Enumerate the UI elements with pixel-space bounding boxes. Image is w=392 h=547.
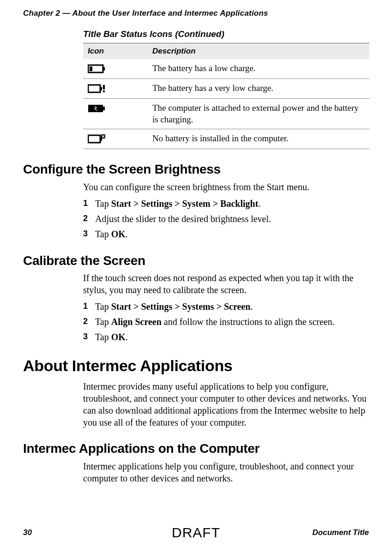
status-icons-table: Icon Description The battery has a low c… xyxy=(83,43,369,149)
body-apps-on-computer: Intermec applications help you configure… xyxy=(83,460,369,484)
svg-rect-5 xyxy=(103,85,105,90)
step-3: 3 Tap OK. xyxy=(83,331,369,343)
step-bold: Start > Settings > System > Backlight xyxy=(111,198,259,209)
step-text: . xyxy=(126,229,128,239)
steps-brightness: 1 Tap Start > Settings > System > Backli… xyxy=(83,198,369,240)
step-text: and follow the instructions to align the… xyxy=(162,317,335,327)
heading-configure-brightness: Configure the Screen Brightness xyxy=(23,161,369,178)
heading-calibrate: Calibrate the Screen xyxy=(23,252,369,269)
step-num: 1 xyxy=(83,301,88,312)
step-2: 2 Tap Align Screen and follow the instru… xyxy=(83,316,369,328)
row-desc: The battery has a low charge. xyxy=(148,59,369,79)
draft-watermark: DRAFT xyxy=(0,523,392,541)
row-desc: No battery is installed in the computer. xyxy=(148,129,369,149)
step-num: 3 xyxy=(83,331,88,342)
heading-apps-on-computer: Intermec Applications on the Computer xyxy=(23,440,369,457)
step-text: . xyxy=(250,301,253,312)
col-header-icon: Icon xyxy=(83,43,148,59)
svg-rect-10 xyxy=(88,135,100,143)
row-desc: The computer is attached to external pow… xyxy=(148,98,369,129)
step-num: 3 xyxy=(83,228,88,239)
step-1: 1 Tap Start > Settings > Systems > Scree… xyxy=(83,301,369,313)
intro-calibrate: If the touch screen does not respond as … xyxy=(83,272,369,296)
step-num: 2 xyxy=(83,213,88,224)
step-num: 1 xyxy=(83,198,88,209)
battery-missing-icon xyxy=(83,129,148,149)
body-about-apps: Intermec provides many useful applicatio… xyxy=(83,380,369,428)
table-row: No battery is installed in the computer. xyxy=(83,129,369,149)
table-row: The battery has a very low charge. xyxy=(83,78,369,98)
step-bold: Align Screen xyxy=(111,317,162,327)
step-text: Tap xyxy=(95,198,111,209)
svg-rect-6 xyxy=(103,90,105,92)
page: Chapter 2 — About the User Interface and… xyxy=(0,0,392,547)
table-row: The battery has a low charge. xyxy=(83,59,369,79)
svg-rect-2 xyxy=(90,66,92,71)
battery-very-low-icon xyxy=(83,78,148,98)
svg-rect-8 xyxy=(103,107,105,110)
step-2: 2 Adjust the slider to the desired brigh… xyxy=(83,213,369,225)
steps-calibrate: 1 Tap Start > Settings > Systems > Scree… xyxy=(83,301,369,343)
step-num: 2 xyxy=(83,316,88,327)
step-3: 3 Tap OK. xyxy=(83,228,369,240)
step-bold: Start > Settings > Systems > Screen xyxy=(111,301,251,312)
svg-rect-4 xyxy=(100,87,102,90)
step-text: Tap xyxy=(95,229,111,239)
svg-rect-3 xyxy=(88,85,100,92)
step-text: Adjust the slider to the desired brightn… xyxy=(95,214,271,224)
battery-low-icon xyxy=(83,59,148,79)
step-1: 1 Tap Start > Settings > System > Backli… xyxy=(83,198,369,210)
step-text: . xyxy=(126,332,128,342)
step-bold: OK xyxy=(111,229,126,239)
battery-charging-icon xyxy=(83,98,148,129)
step-text: Tap xyxy=(95,317,111,327)
svg-rect-1 xyxy=(103,67,105,71)
running-header: Chapter 2 — About the User Interface and… xyxy=(23,8,369,18)
step-text: . xyxy=(258,198,260,209)
row-desc: The battery has a very low charge. xyxy=(148,78,369,98)
heading-about-intermec-apps: About Intermec Applications xyxy=(23,355,369,376)
step-text: Tap xyxy=(95,301,111,312)
table-title: Title Bar Status Icons (Continued) xyxy=(83,29,369,40)
table-row: The computer is attached to external pow… xyxy=(83,98,369,129)
step-bold: OK xyxy=(111,332,126,342)
step-text: Tap xyxy=(95,332,111,342)
intro-brightness: You can configure the screen brightness … xyxy=(83,181,369,193)
col-header-description: Description xyxy=(148,43,369,59)
